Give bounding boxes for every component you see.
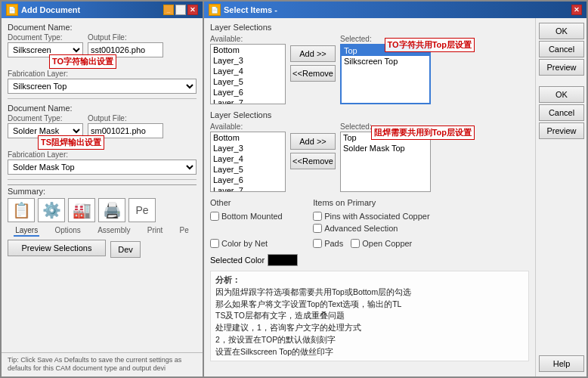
list-item[interactable]: Layer_6 [211, 87, 285, 98]
summary-icon-assembly: 🏭 [68, 198, 95, 222]
summary-icon-options: ⚙️ [38, 198, 65, 222]
close-btn-left[interactable]: ✕ [187, 5, 198, 15]
preview-selections-btn[interactable]: Preview Selections [8, 240, 106, 256]
list-item[interactable]: Layer_4 [211, 153, 285, 164]
layer-sel-1: Layer Selections Available: Bottom Layer… [210, 23, 529, 104]
layer-sel-2-available-list[interactable]: Bottom Layer_3 Layer_4 Layer_5 Layer_6 L… [210, 132, 286, 192]
layer-sel-1-available-list[interactable]: Bottom Layer_3 Layer_4 Layer_5 Layer_6 L… [210, 44, 286, 104]
ok-btn-2[interactable]: OK [539, 86, 584, 103]
ann-ts-output: TS阻焊输出设置 [38, 135, 104, 150]
doc2-output-label: Output File: [88, 114, 163, 122]
open-copper-cb[interactable] [351, 239, 360, 248]
maximize-btn[interactable]: □ [175, 5, 186, 15]
advanced-sel-row: Advanced Selection [313, 224, 429, 233]
left-title: Add Document [21, 5, 80, 14]
tab-layers[interactable]: Layers [14, 225, 39, 237]
pads-open-row: Pads Open Copper [313, 239, 429, 248]
color-swatch[interactable] [268, 254, 298, 266]
list-item[interactable]: Bottom [211, 45, 285, 55]
left-content: Document Name: Document Type: Silkscreen… [2, 18, 203, 352]
preview-btn-2[interactable]: Preview [539, 122, 584, 139]
right-title-icon: 📄 [209, 4, 221, 16]
doc1-section-label: Document Name: [8, 23, 197, 32]
cancel-btn-1[interactable]: Cancel [539, 41, 584, 57]
layer-sel-1-available-label: Available: [210, 35, 286, 43]
layer-sel-1-buttons: Add >> <<Remove [290, 35, 336, 82]
pins-copper-cb[interactable] [313, 212, 322, 221]
layer-sel-1-row: Available: Bottom Layer_3 Layer_4 Layer_… [210, 35, 529, 104]
layer-sel-1-label: Layer Selections [210, 23, 529, 32]
dev-btn[interactable]: Dev [110, 241, 141, 258]
doc2-fab-select[interactable]: Solder Mask Top [8, 160, 197, 175]
right-content: Layer Selections Available: Bottom Layer… [204, 18, 586, 376]
bottom-mounted-cb[interactable] [210, 212, 219, 221]
tab-print[interactable]: Print [146, 225, 165, 237]
list-item[interactable]: Layer_4 [211, 66, 285, 76]
color-by-net-row: Color by Net [210, 239, 298, 248]
help-btn[interactable]: Help [539, 355, 584, 372]
tab-options[interactable]: Options [53, 225, 82, 237]
list-item[interactable]: Solder Mask Top [341, 143, 430, 153]
doc1-fab-label: Fabrication Layer: [8, 70, 197, 78]
list-item[interactable]: Layer_3 [211, 143, 285, 153]
ok-btn-1[interactable]: OK [539, 23, 584, 39]
divider2 [8, 179, 197, 180]
selected-color-row: Selected Color [210, 254, 298, 266]
list-item[interactable]: Layer_5 [211, 76, 285, 87]
layer-sel-2-available-label: Available: [210, 122, 286, 131]
advanced-sel-cb[interactable] [313, 224, 322, 233]
bottom-tip: Tip: Click Save As Defaults to save the … [2, 352, 203, 376]
pads-label: Pads [324, 239, 343, 248]
pins-copper-label: Pins with Associated Copper [324, 212, 429, 221]
title-icon: 📄 [6, 4, 18, 16]
right-main: Layer Selections Available: Bottom Layer… [204, 18, 535, 376]
list-item[interactable]: Bottom [211, 132, 285, 143]
list-item[interactable]: Layer_3 [211, 55, 285, 66]
doc2-fab-label: Fabrication Layer: [8, 150, 197, 159]
close-btn-right[interactable]: ✕ [571, 5, 582, 15]
doc1-fab-row: Fabrication Layer: Silkscreen Top [8, 70, 197, 94]
summary-icons: 📋 ⚙️ 🏭 🖨️ Pe [8, 198, 197, 222]
list-item[interactable]: Layer_7 [211, 98, 285, 104]
doc1-fab-col: Fabrication Layer: Silkscreen Top [8, 70, 197, 94]
layer-sel-2-selected-list[interactable]: Top Solder Mask Top [340, 132, 431, 192]
layer-sel-1-add-btn[interactable]: Add >> [290, 45, 336, 62]
doc1-fab-select[interactable]: Silkscreen Top [8, 79, 197, 94]
layer-sel-2: Layer Selections Available: Bottom Layer… [210, 110, 529, 192]
doc2-fab-row: Fabrication Layer: Solder Mask Top [8, 150, 197, 175]
layer-sel-1-selected-list[interactable]: Top Silkscreen Top [340, 44, 431, 104]
summary-icon-print: 🖨️ [98, 198, 125, 222]
tab-assembly[interactable]: Assembly [96, 225, 132, 237]
summary-icon-layers: 📋 [8, 198, 35, 222]
color-by-net-cb[interactable] [210, 239, 219, 248]
open-copper-row: Open Copper [351, 239, 412, 248]
analysis-block: 分析： 因为阻焊跟字符选项都需要共用Top或Bottom层的勾选 那么如果客户将… [210, 271, 529, 361]
right-panel: 📄 Select Items - ✕ Layer Selections Avai… [204, 0, 588, 378]
ann-to-shared: TO字符共用Top层设置 [385, 38, 475, 52]
doc2-section-label: Document Name: [8, 104, 197, 113]
bottom-mounted-row: Bottom Mounted [210, 212, 298, 221]
divider1 [8, 98, 197, 99]
doc2-fab-col: Fabrication Layer: Solder Mask Top [8, 150, 197, 175]
doc1-type-label: Document Type: [8, 33, 83, 42]
layer-sel-2-add-btn[interactable]: Add >> [290, 133, 336, 150]
ann-to-output: TO字符输出设置 [49, 54, 116, 69]
list-item[interactable]: Layer_6 [211, 175, 285, 185]
layer-sel-1-remove-btn[interactable]: <<Remove [290, 65, 336, 82]
preview-btn-1[interactable]: Preview [539, 59, 584, 76]
tab-pe[interactable]: Pe [178, 225, 190, 237]
analysis-text: 因为阻焊跟字符选项都需要共用Top或Bottom层的勾选 那么如果客户将文字设置… [215, 287, 524, 358]
list-item[interactable]: Layer_7 [211, 185, 285, 192]
list-item[interactable]: Silkscreen Top [342, 56, 429, 67]
pads-row: Pads [313, 239, 343, 248]
doc2-section: Document Name: Document Type: Solder Mas… [8, 104, 197, 175]
list-item[interactable]: Layer_5 [211, 164, 285, 175]
layer-sel-2-remove-btn[interactable]: <<Remove [290, 153, 336, 169]
minimize-btn[interactable]: _ [163, 5, 174, 15]
pins-copper-row: Pins with Associated Copper [313, 212, 429, 221]
doc1-output-label: Output File: [88, 33, 163, 42]
pads-cb[interactable] [313, 239, 322, 248]
cancel-btn-2[interactable]: Cancel [539, 104, 584, 121]
color-by-net-label: Color by Net [221, 239, 268, 248]
doc1-section: Document Name: Document Type: Silkscreen… [8, 23, 197, 94]
